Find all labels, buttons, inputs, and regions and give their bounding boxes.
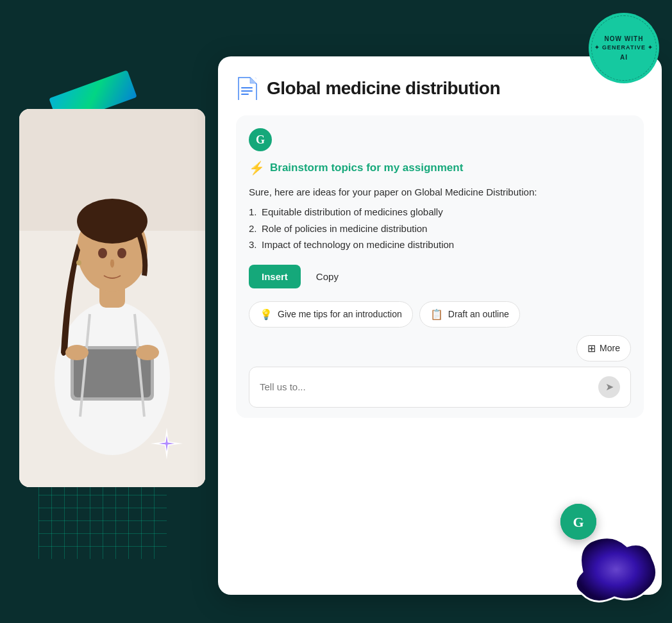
input-area: ➤ [249,367,631,408]
generative-ai-badge: NOW WITH ✦ GENERATIVE ✦ AI [589,13,659,83]
document-header: Global medicine distribution [236,77,644,100]
svg-rect-18 [241,90,253,92]
blob-decoration [569,533,659,610]
send-button[interactable]: ➤ [598,376,620,398]
response-list: Equitable distribution of medicines glob… [249,204,631,253]
grammarly-avatar: G [249,128,272,151]
svg-rect-17 [241,87,253,88]
svg-rect-19 [241,94,249,95]
grammarly-fab[interactable]: G [560,504,596,540]
lightbulb-icon: 💡 [260,308,273,320]
response-intro: Sure, here are ideas for your paper on G… [249,185,631,200]
chip-outline-label: Draft an outline [448,309,509,319]
doc-icon [236,77,259,100]
list-item: Role of policies in medicine distributio… [249,220,631,237]
prompt-input[interactable] [260,381,598,392]
svg-point-6 [98,248,107,258]
list-item: Equitable distribution of medicines glob… [249,204,631,220]
send-icon: ➤ [605,381,614,393]
document-title: Global medicine distribution [267,78,500,99]
svg-point-7 [117,248,126,258]
chip-outline[interactable]: 📋 Draft an outline [419,301,520,328]
prompt-lightning-icon: ⚡ [249,160,265,176]
chip-tips-label: Give me tips for an introduction [278,309,402,319]
more-row: ⊞ More [249,335,631,361]
insert-button[interactable]: Insert [249,265,301,288]
avatar-letter: G [256,133,265,147]
svg-text:G: G [573,514,584,530]
svg-point-8 [76,260,81,265]
more-grid-icon: ⊞ [587,342,596,354]
prompt-text: Brainstorm topics for my assignment [270,162,463,174]
sparkle-decoration [147,424,186,463]
list-item: Impact of technology on medicine distrib… [249,237,631,253]
copy-button[interactable]: Copy [306,265,349,288]
svg-point-14 [136,345,159,360]
action-row: Insert Copy [249,265,631,288]
prompt-header: ⚡ Brainstorm topics for my assignment [249,160,631,176]
chip-tips[interactable]: 💡 Give me tips for an introduction [249,301,413,328]
list-icon: 📋 [430,308,443,320]
more-label: More [600,343,620,353]
more-button[interactable]: ⊞ More [576,335,631,361]
chips-row: 💡 Give me tips for an introduction 📋 Dra… [249,301,631,328]
svg-point-5 [77,199,147,244]
svg-point-13 [65,345,88,360]
ai-panel: G ⚡ Brainstorm topics for my assignment … [236,115,644,418]
